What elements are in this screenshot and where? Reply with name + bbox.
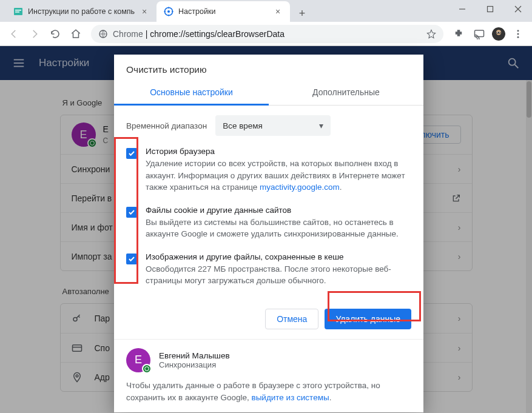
time-range-select[interactable]: Все время ▾: [215, 115, 331, 136]
checkbox-title: История браузера: [146, 147, 411, 156]
browser-tab[interactable]: Инструкции по работе с компь ×: [6, 1, 157, 22]
cast-button[interactable]: [470, 25, 488, 43]
checkbox-row: Файлы cookie и другие данные сайтов Вы в…: [126, 206, 411, 240]
star-icon[interactable]: [426, 29, 436, 39]
checkbox-desc: Удаление истории со всех устройств, на к…: [146, 158, 411, 193]
close-window-button[interactable]: [504, 0, 532, 18]
site-info-icon[interactable]: [98, 29, 108, 39]
svg-rect-14: [475, 30, 484, 37]
checkbox-title: Изображения и другие файлы, сохраненные …: [146, 252, 411, 261]
svg-point-18: [497, 32, 498, 33]
time-range-label: Временной диапазон: [126, 121, 207, 130]
svg-point-22: [517, 36, 519, 38]
url-text: Chrome | chrome://settings/clearBrowserD…: [113, 29, 422, 39]
checkbox-cache[interactable]: [126, 254, 137, 264]
menu-button[interactable]: [509, 25, 527, 43]
svg-rect-6: [15, 12, 19, 13]
chevron-down-icon: ▾: [319, 121, 323, 130]
settings-favicon-icon: [164, 7, 173, 16]
svg-point-19: [499, 32, 500, 33]
clear-browsing-data-dialog: Очистить историю Основные настройки Допо…: [114, 55, 423, 412]
tab-title: Настройки: [178, 7, 268, 16]
profile-avatar[interactable]: [491, 26, 507, 42]
user-sync-status: Синхронизация: [159, 360, 230, 369]
sync-badge-icon: [142, 364, 152, 374]
back-button[interactable]: [5, 25, 23, 43]
close-tab-icon[interactable]: ×: [140, 7, 149, 16]
checkbox-cookies[interactable]: [126, 207, 137, 218]
svg-point-21: [517, 33, 519, 35]
home-button[interactable]: [67, 25, 85, 43]
tab-title: Инструкции по работе с компь: [28, 7, 135, 16]
close-tab-icon[interactable]: ×: [273, 7, 283, 16]
svg-rect-1: [488, 7, 493, 12]
extensions-button[interactable]: [450, 25, 468, 43]
footer-note: Чтобы удалить данные о работе в браузере…: [126, 380, 411, 405]
checkbox-row: Изображения и другие файлы, сохраненные …: [126, 252, 411, 287]
user-name: Евгений Малышев: [159, 351, 230, 360]
cancel-button[interactable]: Отмена: [265, 309, 318, 329]
new-tab-button[interactable]: +: [294, 5, 311, 22]
favicon-icon: [13, 7, 23, 16]
svg-rect-5: [15, 10, 21, 11]
minimize-button[interactable]: [448, 0, 476, 18]
checkbox-desc: Освободится 227 МБ пространства. После э…: [146, 263, 411, 287]
svg-point-8: [167, 10, 170, 13]
browser-toolbar: Chrome | chrome://settings/clearBrowserD…: [0, 22, 532, 46]
tab-advanced[interactable]: Дополнительные: [269, 80, 423, 105]
dialog-title: Очистить историю: [114, 55, 423, 80]
checkbox-title: Файлы cookie и другие данные сайтов: [146, 206, 411, 215]
svg-point-20: [517, 30, 519, 32]
address-bar[interactable]: Chrome | chrome://settings/clearBrowserD…: [91, 25, 443, 43]
checkbox-desc: Вы выйдете из системы на большинстве сай…: [146, 217, 411, 240]
reload-button[interactable]: [46, 25, 64, 43]
forward-button[interactable]: [25, 25, 44, 43]
browser-tab[interactable]: Настройки ×: [157, 1, 290, 22]
tab-basic[interactable]: Основные настройки: [114, 80, 269, 105]
maximize-button[interactable]: [476, 0, 504, 18]
myactivity-link[interactable]: myactivity.google.com: [260, 183, 340, 192]
signout-link[interactable]: выйдите из системы: [251, 393, 329, 402]
avatar: Е: [126, 348, 150, 372]
checkbox-row: История браузера Удаление истории со все…: [126, 147, 411, 193]
time-range-value: Все время: [223, 121, 263, 130]
clear-data-button[interactable]: Удалить данные: [325, 309, 411, 329]
checkbox-history[interactable]: [126, 148, 137, 159]
